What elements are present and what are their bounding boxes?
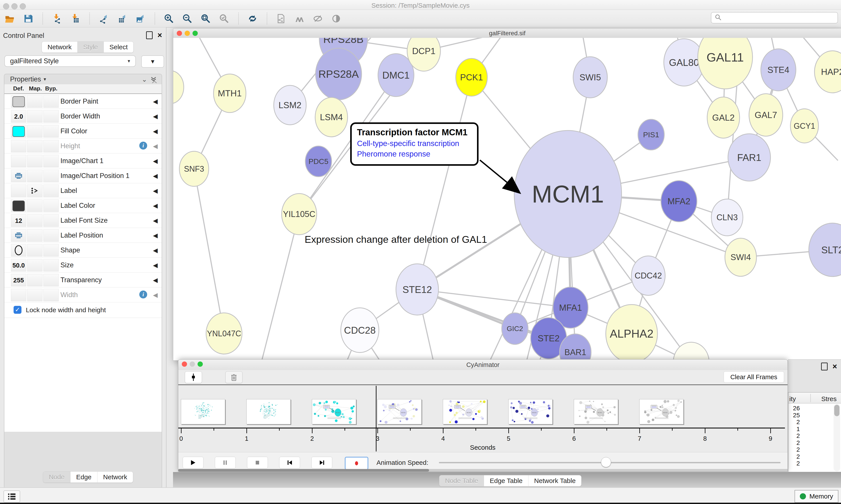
tab-select[interactable]: Select	[104, 41, 133, 53]
def-cell[interactable]: 50.0	[11, 259, 26, 271]
frames-timeline[interactable]: MCM1MCM1MCM1MCM1MCM1MCM1 0123456789 Seco…	[178, 385, 788, 452]
network-node-pdc5[interactable]: PDC5	[305, 146, 332, 177]
network-node-hap2[interactable]: HAP2	[815, 51, 841, 93]
annotation-link[interactable]: Pheromone response	[357, 149, 472, 158]
network-node-ste4[interactable]: STE4	[761, 49, 796, 91]
property-row-fill-color[interactable]: Fill Color◀	[4, 124, 162, 139]
map-cell[interactable]	[27, 259, 42, 271]
byp-cell[interactable]	[43, 125, 59, 138]
zoom-in-button[interactable]	[162, 12, 175, 25]
pause-button[interactable]	[215, 457, 236, 469]
table-cell[interactable]: 2	[788, 419, 800, 426]
map-cell[interactable]	[27, 155, 42, 167]
frame-thumbnail-4[interactable]: MCM1	[377, 399, 422, 424]
expand-row-icon[interactable]: ◀	[153, 143, 158, 150]
export-image-button[interactable]	[134, 12, 147, 25]
property-row-label-position[interactable]: Label Position◀	[4, 228, 162, 243]
skip-end-button[interactable]	[311, 457, 332, 469]
column-divider[interactable]	[810, 394, 811, 402]
frame-thumbnail-3[interactable]: MCM1	[312, 399, 356, 424]
network-node-lsm2[interactable]: LSM2	[274, 85, 306, 125]
zoom-out-button[interactable]	[181, 12, 194, 25]
def-cell[interactable]	[11, 199, 26, 212]
def-cell[interactable]	[11, 184, 26, 197]
def-cell[interactable]	[11, 244, 26, 257]
expand-row-icon[interactable]: ◀	[153, 262, 158, 269]
frame-thumbnail-7[interactable]: MCM1	[574, 399, 618, 424]
map-cell[interactable]	[27, 214, 42, 227]
cyanimator-titlebar[interactable]: CyAnimator	[178, 360, 788, 370]
close-panel-icon[interactable]: ×	[158, 32, 162, 38]
def-cell[interactable]	[11, 289, 26, 301]
style-options-button[interactable]: ▼	[141, 55, 164, 68]
def-cell[interactable]	[11, 229, 26, 242]
network-node-cdc28[interactable]: CDC28	[341, 308, 379, 353]
network-node-yil105c[interactable]: YIL105C	[282, 194, 317, 235]
property-row-label-color[interactable]: Label Color◀	[4, 198, 162, 213]
frame-thumbnail-1[interactable]	[181, 399, 225, 424]
network-node-ste12[interactable]: STE12	[396, 264, 439, 315]
expand-row-icon[interactable]: ◀	[153, 232, 158, 239]
property-row-transparency[interactable]: 255Transparency◀	[4, 273, 162, 287]
expand-row-icon[interactable]: ◀	[153, 276, 158, 284]
node-table[interactable]: ity Stres 26252122222	[788, 392, 841, 472]
map-cell[interactable]	[27, 170, 42, 182]
property-row-label-font-size[interactable]: 12Label Font Size◀	[4, 213, 162, 228]
network-node-snf3[interactable]: SNF3	[179, 151, 209, 186]
property-row-border-width[interactable]: 2.0Border Width◀	[4, 109, 162, 124]
map-cell[interactable]	[27, 110, 42, 123]
frame-thumbnail-2[interactable]	[246, 399, 291, 424]
network-edge[interactable]	[417, 77, 471, 289]
delete-frame-button[interactable]	[225, 371, 243, 383]
def-cell[interactable]: 255	[11, 274, 26, 286]
network-node-gal11[interactable]: GAL11	[698, 38, 753, 89]
network-node-swi4[interactable]: SWI4	[725, 238, 756, 276]
map-cell[interactable]	[27, 199, 42, 212]
byp-cell[interactable]	[43, 199, 59, 212]
annotation-link[interactable]: Cell-type-specific transcription	[357, 139, 472, 148]
map-cell[interactable]	[27, 125, 42, 138]
network-node-cln3[interactable]: CLN3	[711, 199, 743, 236]
network-canvas[interactable]: RPS28BRPS28ADMC1DCP1PCK1SWI5GAL80GAL11ST…	[173, 38, 841, 360]
table-cell[interactable]: 2	[788, 432, 800, 439]
expand-row-icon[interactable]: ◀	[153, 247, 158, 254]
network-node-lsm4[interactable]: LSM4	[315, 97, 347, 137]
annotation-box[interactable]: Transcription factor MCM1 Cell-type-spec…	[350, 122, 479, 166]
network-node-cdc42[interactable]: CDC42	[631, 256, 665, 295]
table-cell[interactable]: 2	[788, 453, 800, 460]
expand-row-icon[interactable]: ◀	[153, 128, 158, 135]
search-box[interactable]	[711, 12, 838, 23]
def-cell[interactable]	[11, 125, 26, 138]
network-node-slt2[interactable]: SLT2	[809, 223, 841, 276]
property-row-label[interactable]: Label◀	[4, 183, 162, 198]
animation-speed-thumb[interactable]	[601, 457, 611, 467]
network-node-mth1[interactable]: MTH1	[214, 74, 246, 112]
property-row-border-paint[interactable]: Border Paint◀	[4, 94, 162, 109]
network-node-edge1[interactable]	[173, 71, 184, 104]
play-button[interactable]	[183, 457, 203, 469]
tab-edge-table[interactable]: Edge Table	[484, 475, 529, 486]
property-row-shape[interactable]: Shape◀	[4, 243, 162, 258]
map-cell[interactable]	[27, 274, 42, 286]
tab-edge[interactable]: Edge	[71, 472, 97, 483]
map-cell[interactable]	[27, 229, 42, 242]
expand-row-icon[interactable]: ◀	[153, 113, 158, 120]
map-cell[interactable]	[27, 140, 42, 152]
search-input[interactable]	[724, 14, 835, 21]
cyanimator-hscrollbar[interactable]	[178, 469, 788, 472]
map-cell[interactable]	[27, 244, 42, 257]
record-button[interactable]	[345, 457, 369, 470]
network-node-pck1[interactable]: PCK1	[456, 58, 487, 96]
def-cell[interactable]: 12	[11, 214, 26, 227]
table-cell[interactable]: 1	[788, 426, 800, 433]
network-node-alpha2[interactable]: ALPHA2	[606, 305, 658, 360]
network-node-gal7[interactable]: GAL7	[749, 94, 783, 136]
table-cell[interactable]: 26	[788, 405, 800, 412]
playhead[interactable]	[376, 386, 376, 451]
network-node-far1[interactable]: FAR1	[728, 134, 770, 181]
expand-row-icon[interactable]: ◀	[153, 158, 158, 165]
tab-network-table[interactable]: Network Table	[529, 475, 581, 486]
style-selector[interactable]: galFiltered Style ▾	[4, 55, 136, 67]
table-cell[interactable]: 25	[788, 412, 800, 419]
stop-button[interactable]	[247, 457, 268, 469]
